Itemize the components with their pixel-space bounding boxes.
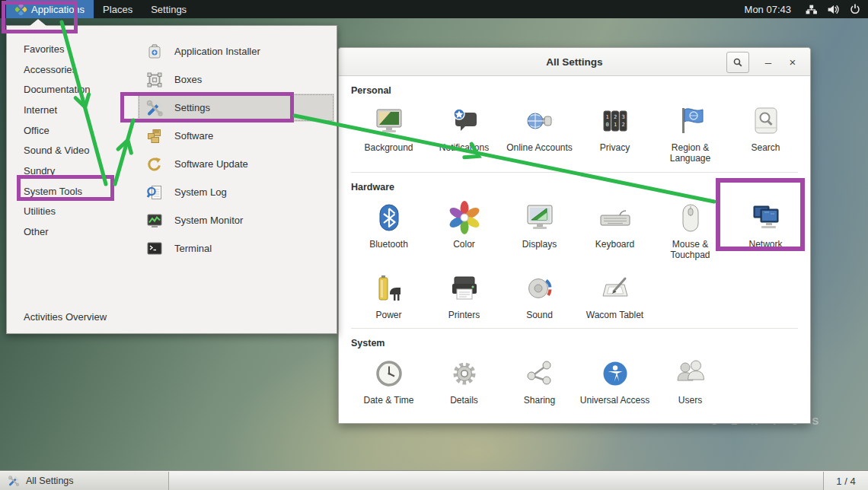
menu-app-system-log[interactable]: System Log: [138, 178, 334, 206]
search-icon: [732, 57, 743, 68]
applications-menu-label: Applications: [31, 4, 85, 15]
settings-tile-universal-access[interactable]: Universal Access: [577, 355, 653, 406]
minimize-button[interactable]: –: [758, 48, 778, 75]
settings-tile-power[interactable]: Power: [351, 270, 426, 320]
system-monitor-icon: [145, 212, 164, 230]
category-utilities[interactable]: Utilities: [7, 202, 132, 222]
privacy-icon: 123012: [597, 103, 633, 139]
details-gear-icon: [446, 355, 483, 392]
task-all-settings[interactable]: All Settings: [0, 472, 169, 490]
category-documentation[interactable]: Documentation: [7, 79, 132, 100]
category-sundry[interactable]: Sundry: [7, 161, 132, 181]
sound-icon: [522, 270, 558, 307]
settings-tools-icon: [8, 475, 20, 487]
svg-text:1: 1: [605, 114, 608, 120]
settings-tile-bluetooth[interactable]: Bluetooth: [351, 199, 426, 261]
app-list: Application Installer Boxes Settings Sof…: [138, 37, 334, 262]
settings-tile-users[interactable]: Users: [653, 355, 728, 406]
places-menu-button[interactable]: Places: [94, 0, 142, 18]
section-personal: Personal Background Notifications Online…: [339, 78, 810, 170]
settings-tile-sound[interactable]: Sound: [502, 270, 577, 320]
category-system-tools[interactable]: System Tools: [7, 181, 132, 202]
volume-icon[interactable]: [827, 3, 840, 16]
close-button[interactable]: ×: [783, 48, 803, 75]
universal-access-icon: [597, 355, 633, 392]
menu-app-software[interactable]: Software: [138, 122, 334, 150]
settings-tile-background[interactable]: Background: [351, 103, 426, 164]
settings-menu-button[interactable]: Settings: [142, 0, 196, 18]
settings-tile-details[interactable]: Details: [426, 355, 502, 406]
power-icon[interactable]: [849, 3, 862, 16]
settings-menu-label: Settings: [151, 4, 187, 15]
background-icon: [371, 103, 407, 139]
applications-menu-button[interactable]: Applications: [6, 0, 94, 18]
network-wired-icon[interactable]: [805, 3, 818, 16]
users-icon: [672, 355, 709, 392]
category-favorites[interactable]: Favorites: [7, 39, 132, 59]
category-accessories[interactable]: Accessories: [7, 59, 132, 80]
search-drive-icon: [748, 103, 784, 139]
workspace-pager[interactable]: 1 / 4: [823, 472, 868, 490]
online-accounts-icon: [522, 103, 558, 139]
menu-app-boxes[interactable]: Boxes: [138, 65, 334, 94]
settings-tile-online-accounts[interactable]: Online Accounts: [502, 103, 577, 164]
keyboard-icon: [597, 199, 633, 236]
application-installer-icon: [145, 43, 164, 61]
section-header: Hardware: [351, 182, 798, 192]
section-system: System Date & Time Details Sharing Unive…: [339, 330, 810, 412]
settings-tile-keyboard[interactable]: Keyboard: [577, 199, 653, 261]
section-separator: [351, 328, 798, 329]
bluetooth-icon: [371, 199, 407, 236]
svg-text:2: 2: [621, 122, 624, 128]
section-separator: [351, 172, 798, 173]
menu-app-terminal[interactable]: Terminal: [138, 234, 334, 262]
centos-logo-icon: [15, 4, 27, 15]
window-title: All Settings: [546, 56, 602, 68]
bottom-taskbar: All Settings 1 / 4: [0, 470, 868, 490]
power-battery-icon: [371, 270, 407, 307]
menu-app-application-installer[interactable]: Application Installer: [138, 37, 334, 65]
displays-icon: [522, 199, 558, 236]
menu-app-software-update[interactable]: Software Update: [138, 150, 334, 178]
terminal-icon: [145, 240, 164, 258]
settings-tile-notifications[interactable]: Notifications: [426, 103, 502, 164]
search-button[interactable]: [726, 52, 749, 73]
settings-tile-printers[interactable]: Printers: [426, 270, 502, 320]
clock[interactable]: Mon 07:43: [740, 4, 796, 15]
color-icon: [446, 199, 483, 236]
category-other[interactable]: Other: [7, 221, 132, 242]
svg-text:2: 2: [613, 114, 616, 120]
svg-text:3: 3: [621, 114, 624, 120]
settings-tile-region-language[interactable]: Region & Language: [653, 103, 728, 164]
menu-app-settings[interactable]: Settings: [138, 94, 334, 122]
activities-overview-item[interactable]: Activities Overview: [24, 311, 107, 323]
settings-tile-displays[interactable]: Displays: [502, 199, 577, 261]
settings-tile-date-time[interactable]: Date & Time: [351, 355, 426, 406]
menu-app-system-monitor[interactable]: System Monitor: [138, 206, 334, 234]
places-menu-label: Places: [103, 4, 132, 15]
wacom-tablet-icon: [597, 270, 633, 307]
settings-tile-search[interactable]: Search: [728, 103, 803, 164]
window-titlebar[interactable]: All Settings – ×: [339, 48, 810, 76]
category-list: Favorites Accessories Documentation Inte…: [7, 39, 132, 242]
settings-tile-mouse-touchpad[interactable]: Mouse & Touchpad: [653, 199, 728, 261]
task-label: All Settings: [26, 476, 74, 486]
system-log-icon: [145, 183, 164, 202]
category-office[interactable]: Office: [7, 120, 132, 141]
settings-tools-icon: [145, 99, 164, 117]
category-internet[interactable]: Internet: [7, 100, 132, 120]
date-time-icon: [371, 355, 407, 392]
settings-tile-network[interactable]: Network: [728, 199, 803, 261]
settings-tile-color[interactable]: Color: [426, 199, 502, 261]
software-icon: [145, 127, 164, 145]
notifications-icon: [446, 103, 483, 139]
settings-content: Personal Background Notifications Online…: [339, 76, 810, 412]
settings-tile-sharing[interactable]: Sharing: [502, 355, 577, 406]
network-icon: [748, 199, 784, 236]
settings-tile-privacy[interactable]: 123012 Privacy: [577, 103, 653, 164]
sharing-icon: [522, 355, 558, 392]
settings-tile-wacom-tablet[interactable]: Wacom Tablet: [577, 270, 653, 320]
category-sound-video[interactable]: Sound & Video: [7, 140, 132, 161]
section-hardware: Hardware Bluetooth Color Displays Keyboa…: [339, 174, 810, 326]
svg-text:0: 0: [605, 122, 608, 128]
